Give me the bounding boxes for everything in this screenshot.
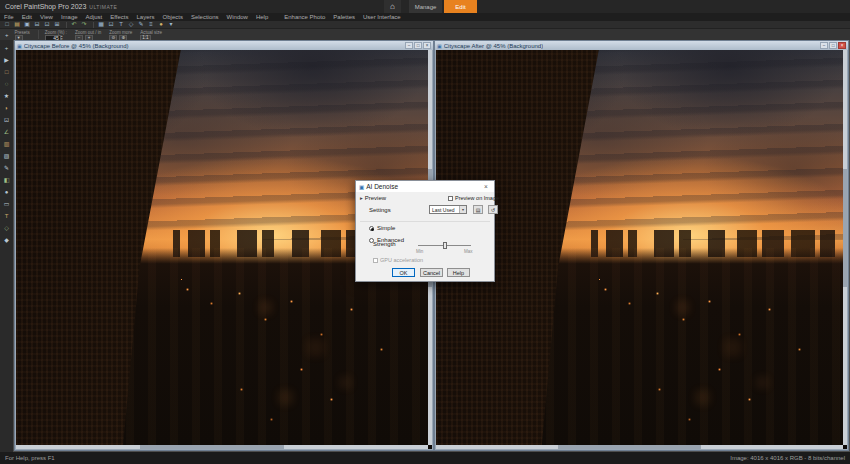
menu-image[interactable]: Image xyxy=(57,13,82,21)
dialog-separator xyxy=(360,221,490,222)
selection-tool-icon[interactable]: □ xyxy=(1,66,12,78)
simple-radio[interactable] xyxy=(369,226,374,231)
menu-effects[interactable]: Effects xyxy=(106,13,132,21)
horizontal-scrollbar[interactable] xyxy=(16,445,428,449)
preset-shape-tool-icon[interactable]: ◇ xyxy=(1,222,12,234)
chevron-down-icon[interactable]: ▾ xyxy=(459,206,466,213)
new-image-icon[interactable]: □ xyxy=(3,21,11,28)
close-icon[interactable]: × xyxy=(838,42,846,49)
straighten-tool-icon[interactable]: ∠ xyxy=(1,126,12,138)
horizontal-scrollbar[interactable] xyxy=(436,445,843,449)
home-button[interactable]: ⌂ xyxy=(384,0,401,13)
menu-palettes[interactable]: Palettes xyxy=(329,13,359,21)
help-button[interactable]: Help xyxy=(447,268,470,277)
close-icon[interactable]: × xyxy=(423,42,431,49)
menu-edit[interactable]: Edit xyxy=(18,13,36,21)
maximize-icon[interactable]: □ xyxy=(414,42,422,49)
menu-adjust[interactable]: Adjust xyxy=(82,13,107,21)
scrollbar-thumb[interactable] xyxy=(558,445,700,449)
slider-thumb[interactable] xyxy=(443,242,447,249)
picture-tube-tool-icon[interactable]: ● xyxy=(1,186,12,198)
tab-edit[interactable]: Edit xyxy=(444,0,477,13)
tab-manage[interactable]: Manage xyxy=(409,0,442,13)
freehand-selection-tool-icon[interactable]: ◌ xyxy=(1,78,12,90)
photo-city-lights xyxy=(599,279,600,280)
capture-icon[interactable]: ⊡ xyxy=(43,21,51,28)
toolbar-separator xyxy=(93,22,94,28)
settings-preset-dropdown[interactable]: Last Used ▾ xyxy=(429,205,467,214)
redo-icon[interactable]: ↷ xyxy=(80,21,88,28)
menu-window[interactable]: Window xyxy=(223,13,252,21)
preview-on-image-label: Preview on Image xyxy=(455,195,499,201)
text-icon[interactable]: T xyxy=(117,21,125,28)
scan-icon[interactable]: ⊞ xyxy=(53,21,61,28)
preview-on-image-option[interactable]: Preview on Image xyxy=(448,195,499,201)
undo-icon[interactable]: ↶ xyxy=(70,21,78,28)
simple-mode-option[interactable]: Simple xyxy=(369,225,395,231)
minimize-icon[interactable]: – xyxy=(405,42,413,49)
window-after-canvas[interactable] xyxy=(436,50,847,449)
pen-tool-icon[interactable]: ◆ xyxy=(1,234,12,246)
image-window-after[interactable]: ▣ Cityscape After @ 45% (Background) – □… xyxy=(434,40,849,451)
actual-size-group: Actual size 1:1 xyxy=(137,29,167,40)
toolbar-separator xyxy=(66,22,67,28)
scrollbar-thumb[interactable] xyxy=(843,169,847,288)
brush-icon[interactable]: ✎ xyxy=(137,21,145,28)
cancel-button[interactable]: Cancel xyxy=(420,268,443,277)
preview-on-image-checkbox[interactable] xyxy=(448,196,453,201)
menu-selections[interactable]: Selections xyxy=(187,13,223,21)
save-preset-button[interactable]: ▤ xyxy=(473,205,483,214)
pan-tool-icon[interactable]: + xyxy=(1,42,12,54)
menu-objects[interactable]: Objects xyxy=(159,13,187,21)
scratch-remover-tool-icon[interactable]: ▨ xyxy=(1,150,12,162)
scrollbar-thumb[interactable] xyxy=(140,445,284,449)
window-after-titlebar[interactable]: ▣ Cityscape After @ 45% (Background) – □… xyxy=(435,41,848,50)
chevron-right-icon[interactable]: ▸ xyxy=(360,195,363,201)
minimize-icon[interactable]: – xyxy=(820,42,828,49)
shapes-icon[interactable]: ◇ xyxy=(127,21,135,28)
tool-options-bar: + Presets ▾ Zoom (%) : 45 ▴▾ Zoom out / … xyxy=(0,29,850,40)
close-icon[interactable]: × xyxy=(481,183,491,190)
document-icon: ▣ xyxy=(437,43,442,49)
crop-tool-icon[interactable]: ⊡ xyxy=(1,114,12,126)
save-icon[interactable]: ▣ xyxy=(23,21,31,28)
strength-slider[interactable] xyxy=(418,245,471,246)
fill-tool-icon[interactable]: ◧ xyxy=(1,174,12,186)
dialog-title: AI Denoise xyxy=(366,183,398,190)
magic-wand-tool-icon[interactable]: ★ xyxy=(1,90,12,102)
open-icon[interactable]: ▤ xyxy=(13,21,21,28)
reset-to-default-button[interactable]: ↺ xyxy=(488,205,498,214)
menu-help[interactable]: Help xyxy=(252,13,272,21)
menu-layers[interactable]: Layers xyxy=(133,13,159,21)
menu-user-interface[interactable]: User Interface xyxy=(359,13,405,21)
options-separator xyxy=(38,30,39,39)
dropper-tool-icon[interactable]: ◗ xyxy=(1,102,12,114)
resize-icon[interactable]: ▦ xyxy=(97,21,105,28)
text-tool-icon[interactable]: T xyxy=(1,210,12,222)
ok-button[interactable]: OK xyxy=(392,268,415,277)
menu-enhance-photo[interactable]: Enhance Photo xyxy=(280,13,329,21)
menu-file[interactable]: File xyxy=(0,13,18,21)
gpu-acceleration-label: GPU acceleration xyxy=(380,257,423,263)
maximize-icon[interactable]: □ xyxy=(829,42,837,49)
palettes-icon[interactable]: ≡ xyxy=(147,21,155,28)
window-after-title: Cityscape After @ 45% (Background) xyxy=(444,43,543,49)
toolbar-dropdown-icon[interactable]: ▾ xyxy=(167,21,175,28)
menu-view[interactable]: View xyxy=(36,13,57,21)
status-bar: For Help, press F1 Image: 4016 x 4016 x … xyxy=(0,452,850,464)
preview-expander-row[interactable]: ▸ Preview xyxy=(360,195,386,201)
save-icon: ▤ xyxy=(476,207,481,213)
eraser-tool-icon[interactable]: ▭ xyxy=(1,198,12,210)
vertical-scrollbar[interactable] xyxy=(843,50,847,445)
learning-icon[interactable]: ● xyxy=(157,21,165,28)
zoom-group: Zoom (%) : 45 ▴▾ xyxy=(42,29,72,40)
crop-icon[interactable]: ⊡ xyxy=(107,21,115,28)
pick-tool-icon[interactable]: ▶ xyxy=(1,54,12,66)
window-before-titlebar[interactable]: ▣ Cityscape Before @ 45% (Background) – … xyxy=(15,41,433,50)
reset-icon: ↺ xyxy=(491,207,495,213)
strength-max-label: Max xyxy=(464,249,473,254)
paint-brush-tool-icon[interactable]: ✎ xyxy=(1,162,12,174)
print-icon[interactable]: ⊟ xyxy=(33,21,41,28)
dialog-titlebar[interactable]: ▣ AI Denoise × xyxy=(356,181,494,192)
clone-tool-icon[interactable]: ▥ xyxy=(1,138,12,150)
